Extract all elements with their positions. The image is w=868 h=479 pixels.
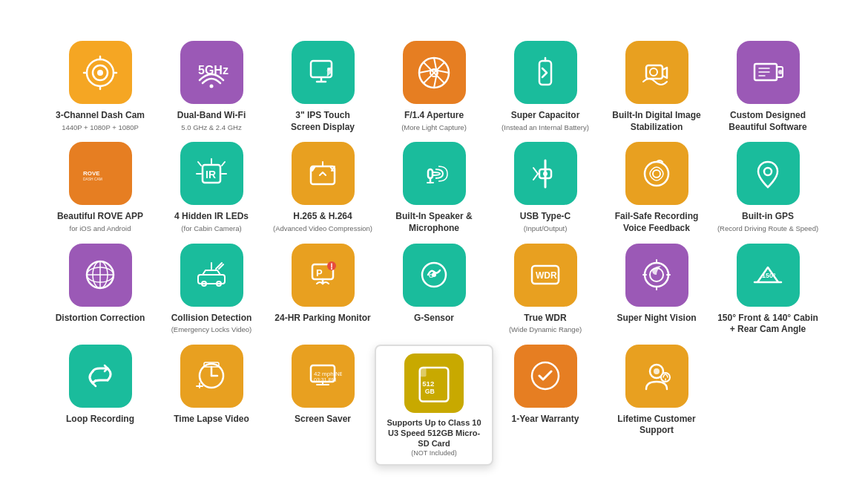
- software-title: Custom Designed Beautiful Software: [716, 110, 820, 133]
- parking-title: 24-HR Parking Monitor: [274, 313, 370, 325]
- angle-title: 150° Front & 140° Cabin + Rear Cam Angle: [716, 313, 820, 336]
- dash-cam-subtitle: 1440P + 1080P + 1080P: [62, 123, 139, 132]
- wifi-icon: 5GHz: [180, 41, 243, 104]
- wifi-subtitle: 5.0 GHz & 2.4 GHz: [181, 123, 241, 132]
- svg-point-40: [543, 172, 548, 176]
- video-compression-title: H.265 & H.264: [293, 211, 352, 223]
- touchscreen-title: 3" IPS TouchScreen Display: [291, 110, 355, 133]
- collision-title: Collision Detection: [171, 313, 252, 325]
- angle-icon: 150°: [737, 244, 800, 307]
- screensaver-title: Screen Saver: [295, 414, 351, 426]
- wdr-subtitle: (Wide Dynamic Range): [509, 325, 582, 334]
- night-vision-title: Super Night Vision: [617, 313, 696, 325]
- wdr-icon: WDR: [514, 244, 577, 307]
- svg-point-12: [327, 68, 330, 71]
- svg-text:42 mph NE: 42 mph NE: [314, 371, 342, 377]
- svg-line-41: [533, 168, 538, 174]
- dash-cam-title: 3-Channel Dash Cam: [56, 110, 145, 122]
- feature-g-sensor: G G-Sensor: [382, 244, 486, 337]
- svg-rect-84: [420, 368, 427, 377]
- feature-warranty: 1-Year Warranty: [493, 345, 597, 438]
- ir-leds-icon: IR: [180, 142, 243, 205]
- svg-point-59: [331, 268, 332, 270]
- microsd-popup-sub: (NOT Included): [411, 449, 456, 457]
- svg-point-43: [645, 162, 668, 186]
- feature-microsd: 512 GB Supports Up to Class 10 U3 Speed …: [382, 345, 486, 438]
- video-compression-icon: [292, 142, 355, 205]
- rove-app-subtitle: for iOS and Android: [70, 224, 131, 233]
- usb-c-icon: [514, 142, 577, 205]
- feature-video-compression: H.265 & H.264 (Advanced Video Compressio…: [271, 142, 375, 235]
- capacitor-title: Super Capacitor: [511, 110, 580, 122]
- svg-text:DASH CAM: DASH CAM: [83, 177, 102, 181]
- svg-text:P: P: [316, 267, 323, 278]
- gps-subtitle: (Record Driving Route & Speed): [717, 224, 818, 233]
- svg-line-31: [222, 162, 225, 166]
- svg-point-2: [97, 70, 103, 76]
- feature-aperture: F/1.4 Aperture (More Light Capture): [382, 41, 486, 134]
- wifi-title: Dual-Band Wi-Fi: [177, 110, 246, 122]
- touchscreen-icon: [292, 41, 355, 104]
- feature-wifi: 5GHz Dual-Band Wi-Fi 5.0 GHz & 2.4 GHz: [160, 41, 263, 134]
- feature-ir-leds: IR 4 Hidden IR LEDs (for Cabin Camera): [160, 142, 263, 235]
- svg-rect-17: [646, 65, 662, 79]
- svg-text:03:31 PM: 03:31 PM: [314, 377, 336, 382]
- speaker-icon: [403, 142, 466, 205]
- feature-collision: Collision Detection (Emergency Locks Vid…: [160, 244, 263, 337]
- ir-leds-title: 4 Hidden IR LEDs: [174, 211, 249, 223]
- features-grid: 3-Channel Dash Cam 1440P + 1080P + 1080P…: [33, 19, 835, 460]
- aperture-subtitle: (More Light Capture): [401, 123, 467, 132]
- night-vision-icon: [625, 244, 688, 307]
- capacitor-icon: [514, 41, 577, 104]
- svg-rect-15: [539, 61, 551, 85]
- microsd-popup: 512 GB Supports Up to Class 10 U3 Speed …: [375, 345, 493, 466]
- speaker-title: Built-In Speaker & Microphone: [382, 211, 486, 234]
- feature-rove-app: ROVE DASH CAM Beautiful ROVE APP for iOS…: [48, 142, 152, 235]
- feature-support: Lifetime Customer Support: [605, 345, 708, 438]
- fail-safe-icon: [625, 142, 688, 205]
- svg-point-44: [653, 170, 660, 177]
- aperture-icon: [403, 41, 466, 104]
- fail-safe-title: Fail-Safe Recording Voice Feedback: [605, 211, 708, 234]
- software-icon: [737, 41, 800, 104]
- feature-speaker: Built-In Speaker & Microphone: [382, 142, 486, 235]
- feature-loop: Loop Recording: [48, 345, 152, 438]
- wdr-title: True WDR: [524, 313, 566, 325]
- usb-c-title: USB Type-C: [520, 211, 571, 223]
- timelapse-icon: [180, 345, 243, 408]
- feature-screensaver: 42 mph NE 03:31 PM Screen Saver: [271, 345, 375, 438]
- svg-text:WDR: WDR: [536, 270, 557, 281]
- svg-point-8: [210, 84, 214, 88]
- stabilization-title: Built-In Digital Image Stabilization: [605, 110, 708, 133]
- svg-text:IR: IR: [206, 169, 216, 180]
- feature-gps: Built-in GPS (Record Driving Route & Spe…: [716, 142, 820, 235]
- microsd-popup-icon: 512 GB: [404, 353, 464, 413]
- g-sensor-icon: G: [403, 244, 466, 307]
- feature-wdr: WDR True WDR (Wide Dynamic Range): [493, 244, 597, 337]
- feature-touchscreen: 3" IPS TouchScreen Display: [271, 41, 375, 134]
- gps-icon: [737, 142, 800, 205]
- timelapse-title: Time Lapse Video: [174, 414, 249, 426]
- loop-title: Loop Recording: [66, 414, 134, 426]
- screensaver-icon: 42 mph NE 03:31 PM: [292, 345, 355, 408]
- distortion-icon: [69, 244, 132, 307]
- feature-angle: 150° 150° Front & 140° Cabin + Rear Cam …: [716, 244, 820, 337]
- feature-stabilization: Built-In Digital Image Stabilization: [605, 41, 708, 134]
- dash-cam-icon: [69, 41, 132, 104]
- svg-text:150°: 150°: [762, 272, 776, 279]
- support-title: Lifetime Customer Support: [605, 414, 708, 437]
- svg-line-42: [533, 174, 538, 180]
- stabilization-icon: [625, 41, 688, 104]
- rove-app-icon: ROVE DASH CAM: [69, 142, 132, 205]
- distortion-title: Distortion Correction: [56, 313, 145, 325]
- svg-point-45: [764, 168, 772, 175]
- feature-parking: P 24-HR Parking Monitor: [271, 244, 375, 337]
- svg-text:GB: GB: [425, 388, 435, 395]
- collision-icon: [180, 244, 243, 307]
- svg-text:512: 512: [422, 379, 434, 387]
- feature-usb-c: USB Type-C (Input/Output): [493, 142, 597, 235]
- feature-timelapse: Time Lapse Video: [160, 345, 263, 438]
- rove-app-title: Beautiful ROVE APP: [57, 211, 143, 223]
- feature-fail-safe: Fail-Safe Recording Voice Feedback: [605, 142, 708, 235]
- microsd-popup-title: Supports Up to Class 10 U3 Speed 512GB M…: [384, 417, 484, 449]
